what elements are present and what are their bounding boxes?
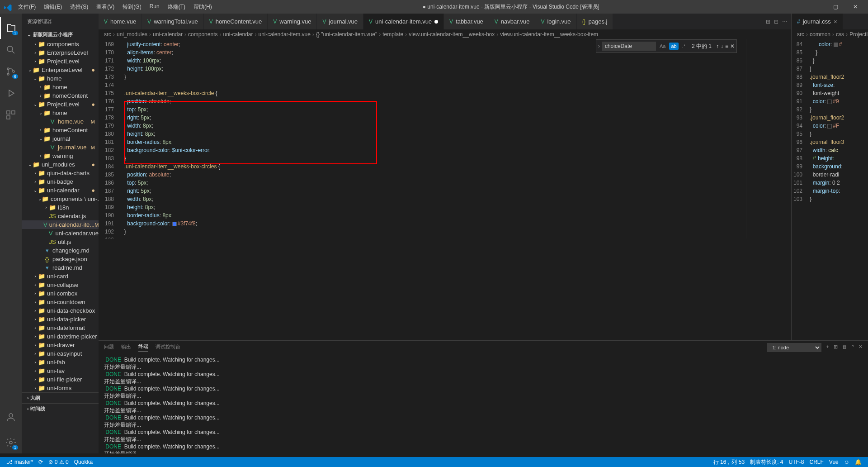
tree-folder[interactable]: ›📁components (22, 40, 99, 48)
menu-item[interactable]: 帮助(H) (190, 1, 216, 13)
tab[interactable]: VwarningTotal.vue (142, 14, 204, 29)
prev-match-icon[interactable]: ↑ (716, 43, 719, 49)
breadcrumb-item[interactable]: template (382, 31, 403, 38)
split-icon[interactable]: ⊟ (774, 19, 778, 25)
project-header[interactable]: ⌄ 新版阿里云小程序 (22, 29, 99, 40)
tree-folder[interactable]: ›📁uni-badge (22, 177, 99, 186)
more-icon[interactable]: ⋯ (88, 19, 93, 24)
more-icon[interactable]: ⋯ (782, 19, 788, 25)
settings-icon[interactable]: 1 (0, 432, 22, 453)
encoding[interactable]: UTF-8 (786, 458, 807, 466)
tree-file[interactable]: Vuni-calendar.vue (22, 229, 99, 238)
tree-file[interactable]: Vhome.vueM (22, 117, 99, 126)
tab-size[interactable]: 制表符长度: 4 (747, 458, 786, 466)
tree-folder[interactable]: ›📁uni-countdown (22, 298, 99, 306)
tree-folder[interactable]: ›📁EnterpriseLevel (22, 48, 99, 57)
tree-folder[interactable]: ›📁uni-fav (22, 367, 99, 375)
tree-folder[interactable]: ›📁i18n (22, 203, 99, 212)
code-area-main[interactable]: › Aa ab .* 2 中的 1 ↑ ↓ ≡ ✕ 16917017117217… (99, 39, 791, 238)
breadcrumb-secondary[interactable]: src›common›css›ProjectLeve (792, 29, 868, 39)
outline-section[interactable]: › 大纲 (22, 392, 99, 403)
source-control-icon[interactable]: 6 (0, 61, 22, 82)
panel-tab-terminal[interactable]: 终端 (138, 343, 148, 352)
tree-folder[interactable]: ⌄📁uni-calendar● (22, 186, 99, 195)
tree-file[interactable]: {}package.json (22, 255, 99, 263)
tab[interactable]: Vnavbar.vue (489, 14, 536, 29)
tab[interactable]: Vjournal.vue (317, 14, 363, 29)
tree-folder[interactable]: ›📁homeContent (22, 91, 99, 100)
menu-item[interactable]: 选择(S) (66, 1, 92, 13)
tree-folder[interactable]: ›📁uni-datetime-picker (22, 332, 99, 341)
tree-folder[interactable]: ›📁uni-easyinput (22, 349, 99, 358)
tab[interactable]: #journal.css× (792, 14, 843, 29)
terminal-content[interactable]: DONE Build complete. Watching for change… (99, 354, 868, 453)
timeline-section[interactable]: › 时间线 (22, 403, 99, 414)
compare-icon[interactable]: ⊞ (766, 19, 770, 25)
tab[interactable]: Vhome.vue (99, 14, 142, 29)
tree-folder[interactable]: ›📁warning (22, 152, 99, 160)
tree-folder[interactable]: ›📁uni-file-picker (22, 375, 99, 384)
find-close-icon[interactable]: ✕ (730, 43, 735, 49)
tree-folder[interactable]: ›📁uni-dateformat (22, 324, 99, 332)
menu-item[interactable]: 编辑(E) (40, 1, 66, 13)
eol[interactable]: CRLF (807, 458, 826, 466)
tree-file[interactable]: ▾readme.md (22, 263, 99, 272)
tree-file[interactable]: Vjournal.vueM (22, 143, 99, 152)
tree-folder[interactable]: ›📁home (22, 83, 99, 91)
breadcrumb-item[interactable]: src (797, 31, 804, 38)
breadcrumb-item[interactable]: uni-calendar-item.vue (259, 31, 311, 38)
tree-folder[interactable]: ›📁qiun-data-charts (22, 169, 99, 177)
split-terminal-icon[interactable]: ⊞ (834, 344, 838, 352)
panel-tab-problems[interactable]: 问题 (104, 343, 114, 352)
account-icon[interactable] (0, 406, 22, 428)
whole-word-button[interactable]: ab (669, 43, 678, 50)
tree-folder[interactable]: ›📁uni-card (22, 272, 99, 281)
breadcrumb-item[interactable]: uni-calendar (223, 31, 253, 38)
tree-folder[interactable]: ⌄📁journal (22, 134, 99, 143)
breadcrumb-item[interactable]: src (104, 31, 111, 38)
menu-item[interactable]: 终端(T) (164, 1, 189, 13)
regex-button[interactable]: .* (680, 43, 687, 50)
tree-folder[interactable]: ›📁uni-forms (22, 384, 99, 392)
quokka-status[interactable]: Quokka (71, 459, 95, 465)
tab[interactable]: Vtabbar.vue (444, 14, 489, 29)
tree-folder[interactable]: ⌄📁uni_modules● (22, 160, 99, 169)
debug-icon[interactable] (0, 82, 22, 104)
tree-folder[interactable]: ›📁uni-drawer (22, 341, 99, 349)
search-icon[interactable] (0, 39, 22, 61)
maximize-button[interactable]: ▢ (826, 4, 844, 10)
breadcrumb-item[interactable]: common (810, 31, 830, 38)
tab[interactable]: Vlogin.vue (535, 14, 576, 29)
tab[interactable]: {}pages.j (577, 14, 613, 29)
tree-folder[interactable]: ›📁uni-data-checkbox (22, 306, 99, 315)
minimap[interactable] (746, 39, 791, 238)
branch-status[interactable]: ⎇ master* (4, 459, 36, 465)
tree-folder[interactable]: ›📁uni-data-picker (22, 315, 99, 324)
feedback-icon[interactable]: ☺ (841, 458, 852, 466)
tree-folder[interactable]: ⌄📁components \ uni-...● (22, 195, 99, 203)
breadcrumb-item[interactable]: uni_modules (117, 31, 147, 38)
next-match-icon[interactable]: ↓ (721, 43, 723, 49)
find-selection-icon[interactable]: ≡ (725, 43, 728, 49)
sync-status[interactable]: ⟳ (36, 459, 46, 465)
tree-folder[interactable]: ⌄📁ProjectLevel● (22, 100, 99, 109)
tree-folder[interactable]: ›📁ProjectLevel (22, 57, 99, 66)
tree-file[interactable]: ▾changelog.md (22, 246, 99, 255)
breadcrumb-item[interactable]: view.uni-calendar-item__weeks-box-item (500, 31, 598, 38)
close-panel-icon[interactable]: ✕ (859, 344, 863, 352)
code[interactable]: justify-content: center; align-items: ce… (121, 39, 746, 238)
tree-folder[interactable]: ›📁uni-collapse (22, 281, 99, 289)
breadcrumb-item[interactable]: uni-calendar (153, 31, 183, 38)
tab[interactable]: VhomeContent.vue (204, 14, 268, 29)
tree-folder[interactable]: ›📁uni-combox (22, 289, 99, 298)
breadcrumb-item[interactable]: css (836, 31, 844, 38)
panel-tab-debug[interactable]: 调试控制台 (156, 343, 180, 352)
menu-item[interactable]: 查看(V) (93, 1, 118, 13)
tree-file[interactable]: JScalendar.js (22, 212, 99, 220)
breadcrumb-item[interactable]: view.uni-calendar-item__weeks-box (409, 31, 495, 38)
tree-folder[interactable]: ›📁uni-fab (22, 358, 99, 367)
breadcrumb-main[interactable]: src›uni_modules›uni-calendar›components›… (99, 29, 791, 39)
find-input[interactable] (602, 42, 656, 51)
problems-status[interactable]: ⊘ 0 ⚠ 0 (46, 459, 71, 465)
breadcrumb-item[interactable]: {} "uni-calendar-item.vue" (316, 31, 377, 38)
